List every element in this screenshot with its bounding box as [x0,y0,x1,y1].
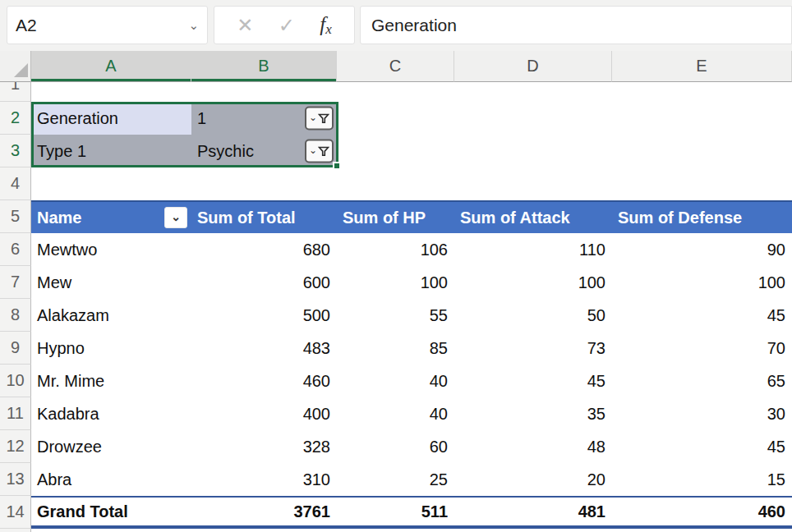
column-header-b[interactable]: B [191,51,337,82]
cell-defense[interactable]: 90 [612,233,792,266]
cell-total[interactable]: 460 [191,365,337,397]
row-header-14[interactable]: 14 [0,496,31,529]
row-header-4[interactable]: 4 [0,167,31,200]
cell-defense[interactable]: 45 [612,430,792,463]
cell-empty[interactable] [191,82,337,102]
cell-empty[interactable] [454,102,612,135]
cell-empty[interactable] [337,102,454,135]
cell-pokemon-name[interactable]: Mr. Mime [31,365,191,397]
cell-pokemon-name[interactable]: Kadabra [31,397,191,430]
pivot-filter-button[interactable]: ⌄ [305,140,334,163]
name-filter-dropdown-button[interactable]: ⌄ [164,207,187,228]
cell-total[interactable]: 400 [191,397,337,430]
cell-grand-total-hp[interactable]: 511 [337,496,454,529]
insert-function-icon[interactable]: fx [320,13,332,38]
row-header-7[interactable]: 7 [0,266,31,299]
column-header-e[interactable]: E [612,51,792,82]
cell-defense[interactable]: 100 [612,266,792,299]
cell-pokemon-name[interactable]: Alakazam [31,299,191,332]
pivot-header-name[interactable]: Name ⌄ [31,200,191,233]
row-header-9[interactable]: 9 [0,332,31,365]
cell-defense[interactable]: 45 [612,299,792,332]
cell-total[interactable]: 310 [191,463,337,496]
cell-hp[interactable]: 55 [337,299,454,332]
cell-total[interactable]: 600 [191,266,337,299]
cell-grand-total-label[interactable]: Grand Total [31,496,191,529]
cell-pokemon-name[interactable]: Hypno [31,332,191,365]
confirm-icon[interactable]: ✓ [279,14,295,37]
cell-hp[interactable]: 40 [337,397,454,430]
cell-empty[interactable] [31,82,191,102]
column-header-c[interactable]: C [337,51,454,82]
pivot-header-total[interactable]: Sum of Total [191,200,337,233]
pivot-filter-button[interactable]: ⌄ [305,107,334,131]
pivot-header-defense[interactable]: Sum of Defense [612,200,792,233]
cell-grand-total-defense[interactable]: 460 [612,496,792,529]
cell-total[interactable]: 328 [191,430,337,463]
row-header-3[interactable]: 3 [0,135,31,167]
cell-grand-total-total[interactable]: 3761 [191,496,337,529]
cell-empty[interactable] [454,135,612,167]
pivot-header-attack[interactable]: Sum of Attack [454,200,612,233]
spreadsheet-grid: A B C D E 1 2 Generation 1 ⌄ 3 Type 1 Ps… [0,51,792,529]
cell-pokemon-name[interactable]: Abra [31,463,191,496]
cell-hp[interactable]: 106 [337,233,454,266]
cell-attack[interactable]: 73 [454,332,612,365]
row-header-2[interactable]: 2 [0,102,31,135]
row-header-1[interactable]: 1 [0,82,31,102]
cell-empty[interactable] [454,167,612,200]
cell-filter-label-type1[interactable]: Type 1 [31,135,191,167]
cell-pokemon-name[interactable]: Mew [31,266,191,299]
row-header-13[interactable]: 13 [0,463,31,496]
select-all-corner[interactable] [0,51,31,82]
row-header-11[interactable]: 11 [0,397,31,430]
cell-empty[interactable] [612,167,792,200]
cell-total[interactable]: 680 [191,233,337,266]
cell-defense[interactable]: 70 [612,332,792,365]
row-header-12[interactable]: 12 [0,430,31,463]
cell-grand-total-attack[interactable]: 481 [454,496,612,529]
cell-hp[interactable]: 60 [337,430,454,463]
name-box[interactable]: A2 ⌄ [7,6,208,44]
cell-attack[interactable]: 20 [454,463,612,496]
cell-filter-value-type1[interactable]: Psychic ⌄ [191,135,337,167]
cell-total[interactable]: 500 [191,299,337,332]
cell-total[interactable]: 483 [191,332,337,365]
cell-empty[interactable] [612,102,792,135]
cell-empty[interactable] [612,135,792,167]
row-header-5[interactable]: 5 [0,200,31,233]
cell-filter-value-generation[interactable]: 1 ⌄ [191,102,337,135]
cancel-icon[interactable]: ✕ [237,14,253,37]
cell-empty[interactable] [337,135,454,167]
cell-defense[interactable]: 65 [612,365,792,397]
cell-empty[interactable] [337,82,454,102]
cell-attack[interactable]: 50 [454,299,612,332]
cell-pokemon-name[interactable]: Mewtwo [31,233,191,266]
cell-empty[interactable] [337,167,454,200]
cell-hp[interactable]: 85 [337,332,454,365]
cell-attack[interactable]: 35 [454,397,612,430]
chevron-down-icon[interactable]: ⌄ [188,21,199,30]
cell-empty[interactable] [612,82,792,102]
cell-filter-label-generation[interactable]: Generation [31,102,191,135]
cell-empty[interactable] [454,82,612,102]
row-header-8[interactable]: 8 [0,299,31,332]
formula-bar[interactable]: Generation [360,6,792,44]
cell-empty[interactable] [191,167,337,200]
cell-hp[interactable]: 25 [337,463,454,496]
column-header-d[interactable]: D [454,51,612,82]
cell-attack[interactable]: 110 [454,233,612,266]
column-header-a[interactable]: A [31,51,191,82]
cell-hp[interactable]: 40 [337,365,454,397]
cell-defense[interactable]: 15 [612,463,792,496]
row-header-10[interactable]: 10 [0,365,31,397]
cell-hp[interactable]: 100 [337,266,454,299]
cell-attack[interactable]: 100 [454,266,612,299]
cell-attack[interactable]: 48 [454,430,612,463]
cell-empty[interactable] [31,167,191,200]
pivot-header-hp[interactable]: Sum of HP [337,200,454,233]
cell-pokemon-name[interactable]: Drowzee [31,430,191,463]
cell-defense[interactable]: 30 [612,397,792,430]
cell-attack[interactable]: 45 [454,365,612,397]
row-header-6[interactable]: 6 [0,233,31,266]
